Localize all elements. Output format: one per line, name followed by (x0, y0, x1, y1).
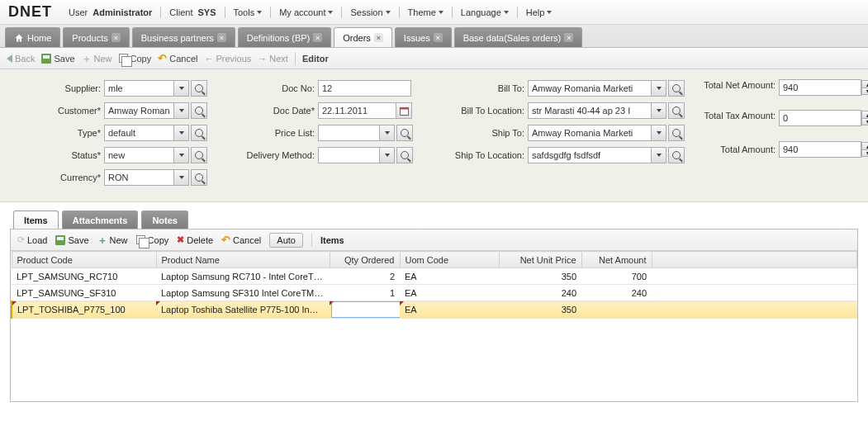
search-button[interactable] (668, 102, 685, 119)
load-button[interactable]: ⟳Load (17, 234, 47, 245)
tab-orders[interactable]: Orders× (334, 27, 392, 47)
cell-amount[interactable]: 700 (581, 268, 652, 285)
cell-amount[interactable] (581, 301, 652, 319)
dropdown-button[interactable] (652, 80, 666, 97)
close-icon[interactable]: × (564, 33, 573, 42)
tab-notes[interactable]: Notes (141, 211, 188, 229)
spin-down-icon[interactable]: ▼ (861, 118, 868, 125)
cell-name[interactable]: Laptop Samsung SF310 Intel CoreTM… (156, 285, 330, 301)
cell-amount[interactable]: 240 (581, 285, 652, 301)
status-input[interactable] (104, 147, 174, 163)
spinner[interactable]: ▲▼ (861, 80, 868, 95)
search-button[interactable] (396, 125, 413, 141)
cell-uom[interactable]: EA (400, 268, 499, 285)
client-value[interactable]: SYS (197, 7, 216, 17)
close-icon[interactable]: × (374, 33, 383, 42)
previous-button[interactable]: ←Previous (205, 54, 252, 64)
table-row[interactable]: LPT_SAMSUNG_RC710 Laptop Samsung RC710 -… (12, 268, 857, 285)
cell-price[interactable]: 350 (499, 301, 581, 319)
spinner[interactable]: ▲▼ (861, 111, 868, 125)
menu-help[interactable]: Help (526, 7, 553, 17)
spin-up-icon[interactable]: ▲ (861, 111, 868, 118)
tab-issues[interactable]: Issues× (395, 27, 452, 47)
cell-uom[interactable]: EA (400, 285, 499, 301)
dropdown-button[interactable] (174, 80, 189, 97)
close-icon[interactable]: × (217, 33, 226, 42)
customer-input[interactable] (104, 102, 174, 119)
search-button[interactable] (668, 147, 685, 163)
cell-code[interactable]: LPT_SAMSUNG_SF310 (12, 285, 156, 301)
col-qty-ordered[interactable]: Qty Ordered (330, 252, 400, 268)
cancel-button[interactable]: ↶Cancel (158, 52, 197, 64)
col-product-name[interactable]: Product Name (156, 252, 330, 268)
spin-up-icon[interactable]: ▲ (861, 80, 868, 88)
cell-uom[interactable]: EA (400, 301, 499, 319)
next-button[interactable]: →Next (258, 54, 288, 64)
tab-definitions-bp[interactable]: Definitions (BP)× (238, 27, 331, 47)
items-save-button[interactable]: Save (55, 235, 88, 245)
search-button[interactable] (191, 147, 207, 163)
dropdown-button[interactable] (380, 147, 395, 163)
items-delete-button[interactable]: ✖Delete (177, 234, 213, 245)
close-icon[interactable]: × (313, 33, 322, 42)
back-button[interactable]: Back (7, 54, 35, 64)
tab-products[interactable]: Products× (63, 27, 129, 47)
table-row[interactable]: LPT_SAMSUNG_SF310 Laptop Samsung SF310 I… (12, 285, 857, 301)
tab-base-data-sales-orders[interactable]: Base data(Sales orders)× (454, 27, 583, 47)
currency-input[interactable] (104, 169, 174, 186)
search-button[interactable] (668, 80, 685, 97)
tab-home[interactable]: Home (5, 27, 60, 47)
search-button[interactable] (191, 125, 207, 141)
cell-qty-editing[interactable]: ▲▼ (330, 301, 400, 319)
user-value[interactable]: Administrator (92, 7, 152, 17)
items-cancel-button[interactable]: ↶Cancel (221, 234, 261, 246)
tab-business-partners[interactable]: Business partners× (132, 27, 235, 47)
spinner[interactable]: ▲▼ (861, 142, 868, 157)
qty-input[interactable] (331, 301, 400, 318)
auto-button[interactable]: Auto (269, 233, 303, 248)
delivery-input[interactable] (318, 147, 380, 163)
menu-language[interactable]: Language (461, 7, 509, 17)
pricelist-input[interactable] (318, 125, 380, 141)
cell-code[interactable]: LPT_TOSHIBA_P775_100 (12, 301, 156, 319)
billtoloc-input[interactable] (528, 102, 652, 119)
totalamt-input[interactable] (779, 141, 861, 158)
search-button[interactable] (191, 169, 207, 186)
search-button[interactable] (191, 80, 207, 97)
cell-code[interactable]: LPT_SAMSUNG_RC710 (12, 268, 156, 285)
billto-input[interactable] (528, 80, 652, 97)
menu-tools[interactable]: Tools (234, 7, 263, 17)
menu-my-account[interactable]: My account (279, 7, 333, 17)
spin-up-icon[interactable]: ▲ (861, 142, 868, 149)
spin-down-icon[interactable]: ▼ (861, 149, 868, 157)
shipto-input[interactable] (528, 125, 652, 141)
dropdown-button[interactable] (174, 125, 189, 141)
dropdown-button[interactable] (380, 125, 395, 141)
table-row-selected[interactable]: LPT_TOSHIBA_P775_100 Laptop Toshiba Sate… (12, 301, 857, 319)
totalnet-input[interactable] (779, 79, 861, 96)
cell-name[interactable]: Laptop Toshiba Satellite P775-100 In… (156, 301, 330, 319)
tab-items[interactable]: Items (13, 211, 59, 229)
type-input[interactable] (104, 125, 174, 141)
dropdown-button[interactable] (174, 102, 189, 119)
menu-theme[interactable]: Theme (408, 7, 443, 17)
close-icon[interactable]: × (434, 33, 443, 42)
dropdown-button[interactable] (174, 169, 189, 186)
totaltax-input[interactable] (779, 110, 861, 126)
col-uom-code[interactable]: Uom Code (400, 252, 499, 268)
col-net-amount[interactable]: Net Amount (581, 252, 652, 268)
dropdown-button[interactable] (652, 147, 666, 163)
dropdown-button[interactable] (174, 147, 189, 163)
dropdown-button[interactable] (652, 125, 666, 141)
search-button[interactable] (396, 147, 413, 163)
tab-attachments[interactable]: Attachments (62, 211, 139, 229)
copy-button[interactable]: Copy (119, 54, 152, 64)
col-product-code[interactable]: Product Code (12, 252, 156, 268)
items-copy-button[interactable]: Copy (136, 235, 169, 245)
calendar-button[interactable] (396, 102, 412, 119)
new-button[interactable]: ＋New (82, 54, 112, 64)
supplier-input[interactable] (104, 80, 174, 97)
cell-price[interactable]: 350 (499, 268, 581, 285)
spin-down-icon[interactable]: ▼ (861, 88, 868, 95)
shiptoloc-input[interactable] (528, 147, 652, 163)
